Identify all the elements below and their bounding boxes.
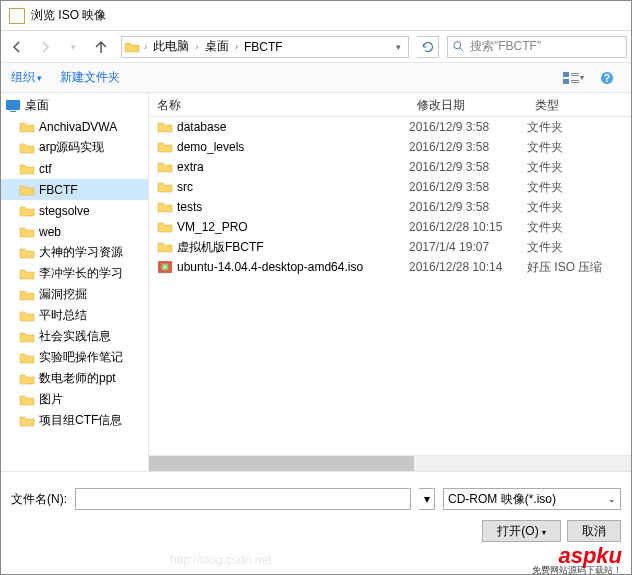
- file-name: extra: [177, 160, 204, 174]
- watermark-subtitle: 免费网站源码下载站！: [532, 564, 622, 575]
- main-area: 桌面 AnchivaDVWAarp源码实现ctfFBCTFstegsolvewe…: [1, 93, 631, 471]
- horizontal-scrollbar[interactable]: [149, 455, 631, 471]
- tree-item-desktop[interactable]: 桌面: [1, 95, 148, 116]
- tree-item[interactable]: 李冲学长的学习: [1, 263, 148, 284]
- folder-icon: [19, 371, 35, 387]
- file-row[interactable]: ubuntu-14.04.4-desktop-amd64.iso2016/12/…: [149, 257, 631, 277]
- search-placeholder: 搜索"FBCTF": [470, 38, 541, 55]
- new-folder-button[interactable]: 新建文件夹: [60, 69, 120, 86]
- folder-icon: [19, 182, 35, 198]
- tree-item[interactable]: FBCTF: [1, 179, 148, 200]
- folder-icon: [157, 159, 173, 175]
- breadcrumb-item[interactable]: FBCTF: [240, 37, 287, 57]
- filename-row: 文件名(N): ▾ CD-ROM 映像(*.iso) ⌄: [1, 471, 631, 516]
- file-type: 文件夹: [527, 239, 631, 256]
- tree-item[interactable]: 图片: [1, 389, 148, 410]
- file-row[interactable]: demo_levels2016/12/9 3:58文件夹: [149, 137, 631, 157]
- back-button[interactable]: [5, 35, 29, 59]
- breadcrumb-item[interactable]: 此电脑: [149, 37, 193, 57]
- file-type: 好压 ISO 压缩: [527, 259, 631, 276]
- filename-input[interactable]: [75, 488, 411, 510]
- file-type: 文件夹: [527, 159, 631, 176]
- refresh-button[interactable]: [417, 36, 439, 58]
- tree-label: 大神的学习资源: [39, 244, 123, 261]
- folder-icon: [19, 287, 35, 303]
- svg-rect-1: [563, 72, 569, 77]
- up-button[interactable]: [89, 35, 113, 59]
- file-row[interactable]: VM_12_PRO2016/12/28 10:15文件夹: [149, 217, 631, 237]
- file-row[interactable]: extra2016/12/9 3:58文件夹: [149, 157, 631, 177]
- chevron-right-icon: ›: [233, 41, 240, 52]
- chevron-right-icon: ›: [193, 41, 200, 52]
- folder-icon: [19, 392, 35, 408]
- open-button[interactable]: 打开(O) ▾: [482, 520, 561, 542]
- breadcrumb: › 此电脑 › 桌面 › FBCTF: [142, 37, 390, 57]
- folder-icon: [19, 161, 35, 177]
- tree-item[interactable]: 漏洞挖掘: [1, 284, 148, 305]
- tree-item[interactable]: web: [1, 221, 148, 242]
- chevron-down-icon: ▾: [580, 73, 584, 82]
- file-list[interactable]: database2016/12/9 3:58文件夹demo_levels2016…: [149, 117, 631, 455]
- tree-item[interactable]: stegsolve: [1, 200, 148, 221]
- tree-item[interactable]: 实验吧操作笔记: [1, 347, 148, 368]
- tree-item[interactable]: 平时总结: [1, 305, 148, 326]
- tree-label: stegsolve: [39, 204, 90, 218]
- organize-menu[interactable]: 组织▾: [11, 69, 42, 86]
- search-icon: [452, 40, 466, 54]
- tree-item[interactable]: ctf: [1, 158, 148, 179]
- tree-item[interactable]: 数电老师的ppt: [1, 368, 148, 389]
- file-name: database: [177, 120, 226, 134]
- dialog-buttons: 打开(O) ▾ 取消: [1, 516, 631, 550]
- folder-icon: [157, 119, 173, 135]
- folder-icon: [157, 219, 173, 235]
- folder-icon: [19, 140, 35, 156]
- file-type: 文件夹: [527, 199, 631, 216]
- filename-dropdown[interactable]: ▾: [419, 488, 435, 510]
- tree-item[interactable]: arp源码实现: [1, 137, 148, 158]
- address-dropdown[interactable]: ▾: [390, 42, 406, 52]
- column-name[interactable]: 名称: [149, 93, 409, 116]
- help-button[interactable]: ?: [593, 68, 621, 88]
- view-options-button[interactable]: ▾: [559, 68, 587, 88]
- column-type[interactable]: 类型: [527, 93, 631, 116]
- tree-label: 社会实践信息: [39, 328, 111, 345]
- tree-item[interactable]: 项目组CTF信息: [1, 410, 148, 431]
- tree-label: 平时总结: [39, 307, 87, 324]
- file-row[interactable]: database2016/12/9 3:58文件夹: [149, 117, 631, 137]
- tree-item[interactable]: AnchivaDVWA: [1, 116, 148, 137]
- folder-icon: [157, 199, 173, 215]
- folder-icon: [157, 239, 173, 255]
- address-bar[interactable]: › 此电脑 › 桌面 › FBCTF ▾: [121, 36, 409, 58]
- svg-rect-6: [571, 82, 579, 83]
- tree-label: 李冲学长的学习: [39, 265, 123, 282]
- folder-icon: [124, 39, 140, 55]
- recent-dropdown[interactable]: ▾: [61, 35, 85, 59]
- file-name: VM_12_PRO: [177, 220, 248, 234]
- file-date: 2016/12/9 3:58: [409, 200, 527, 214]
- folder-icon: [19, 266, 35, 282]
- filetype-value: CD-ROM 映像(*.iso): [448, 491, 556, 508]
- breadcrumb-item[interactable]: 桌面: [201, 37, 233, 57]
- iso-icon: [157, 259, 173, 275]
- scrollbar-thumb[interactable]: [149, 456, 414, 471]
- tree-item[interactable]: 社会实践信息: [1, 326, 148, 347]
- file-type: 文件夹: [527, 139, 631, 156]
- file-row[interactable]: 虚拟机版FBCTF2017/1/4 19:07文件夹: [149, 237, 631, 257]
- file-row[interactable]: tests2016/12/9 3:58文件夹: [149, 197, 631, 217]
- folder-tree[interactable]: 桌面 AnchivaDVWAarp源码实现ctfFBCTFstegsolvewe…: [1, 93, 149, 471]
- search-input[interactable]: 搜索"FBCTF": [447, 36, 627, 58]
- svg-point-0: [454, 41, 461, 48]
- column-date[interactable]: 修改日期: [409, 93, 527, 116]
- filetype-select[interactable]: CD-ROM 映像(*.iso) ⌄: [443, 488, 621, 510]
- tree-item[interactable]: 大神的学习资源: [1, 242, 148, 263]
- view-icon: [563, 72, 579, 84]
- file-date: 2016/12/9 3:58: [409, 160, 527, 174]
- file-name: 虚拟机版FBCTF: [177, 239, 264, 256]
- chevron-down-icon: ▾: [37, 73, 42, 83]
- tree-label: ctf: [39, 162, 52, 176]
- file-name: ubuntu-14.04.4-desktop-amd64.iso: [177, 260, 363, 274]
- file-row[interactable]: src2016/12/9 3:58文件夹: [149, 177, 631, 197]
- cancel-button[interactable]: 取消: [567, 520, 621, 542]
- forward-button[interactable]: [33, 35, 57, 59]
- chevron-right-icon: ›: [142, 41, 149, 52]
